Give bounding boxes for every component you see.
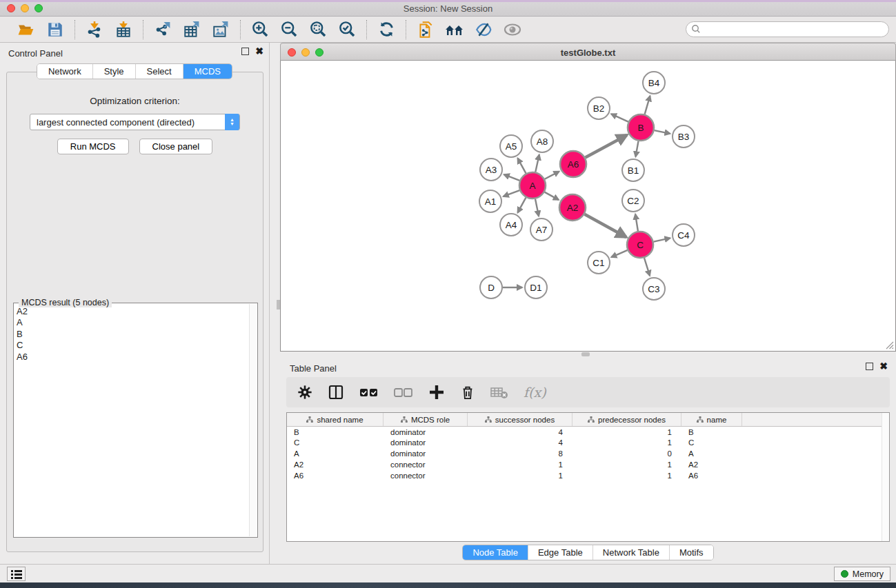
- cell-name[interactable]: B: [681, 427, 742, 438]
- graph-node-A[interactable]: A: [519, 172, 546, 199]
- graph-edge-A-A7[interactable]: [535, 199, 539, 216]
- graph-node-C1[interactable]: C1: [588, 252, 610, 274]
- network-hscroll[interactable]: [280, 352, 896, 358]
- network-hscroll-thumb[interactable]: [581, 352, 590, 356]
- graph-node-A5[interactable]: A5: [500, 135, 522, 157]
- graph-node-B2[interactable]: B2: [588, 97, 610, 119]
- open-file-icon[interactable]: [17, 20, 36, 39]
- graph-edge-A-A2[interactable]: [545, 192, 559, 200]
- graph-node-A2[interactable]: A2: [559, 194, 586, 221]
- graph-node-A8[interactable]: A8: [531, 130, 553, 152]
- cell-shared-name[interactable]: C: [287, 438, 384, 449]
- zoom-fit-icon[interactable]: [308, 20, 328, 39]
- network-canvas[interactable]: B4B2BB3A8A5A6A3B1AC2A1A2A4A7C4CC1DD1C3: [280, 61, 896, 352]
- graph-edge-C-C1[interactable]: [611, 250, 627, 257]
- network-vscroll-thumb[interactable]: [277, 300, 280, 310]
- cell-name[interactable]: A2: [681, 459, 742, 470]
- cell-successor-nodes[interactable]: 1: [468, 459, 573, 470]
- table-scrollbar[interactable]: [882, 413, 889, 541]
- panels-menu-button[interactable]: [7, 567, 26, 581]
- cell-shared-name[interactable]: A6: [287, 470, 384, 481]
- graph-node-C3[interactable]: C3: [643, 278, 665, 300]
- graph-node-C4[interactable]: C4: [673, 224, 695, 246]
- graph-node-B4[interactable]: B4: [643, 72, 665, 94]
- tab-edge-table[interactable]: Edge Table: [528, 545, 593, 560]
- graph-node-C2[interactable]: C2: [622, 190, 644, 212]
- import-table-icon[interactable]: [114, 20, 133, 39]
- cell-successor-nodes[interactable]: 8: [468, 449, 573, 460]
- cell-successor-nodes[interactable]: 4: [468, 438, 573, 449]
- mcds-result-item[interactable]: A6: [17, 352, 249, 363]
- tab-select[interactable]: Select: [136, 64, 183, 79]
- resize-grip-icon[interactable]: [885, 341, 894, 349]
- optimization-criterion-select[interactable]: largest connected component (directed) ▲…: [30, 114, 240, 130]
- tab-network[interactable]: Network: [37, 64, 93, 79]
- column-header-shared-name[interactable]: shared name: [287, 413, 384, 426]
- table-row[interactable]: Cdominator41C: [287, 438, 889, 449]
- graph-edge-A-A3[interactable]: [504, 174, 520, 181]
- zoom-out-icon[interactable]: [279, 20, 299, 39]
- run-mcds-button[interactable]: Run MCDS: [57, 139, 129, 154]
- cell-predecessor-nodes[interactable]: 1: [573, 438, 681, 449]
- mcds-result-item[interactable]: A: [17, 317, 249, 328]
- graph-edge-A-A4[interactable]: [518, 198, 526, 213]
- column-header-MCDS-role[interactable]: MCDS role: [384, 413, 468, 426]
- graph-node-B3[interactable]: B3: [673, 125, 695, 148]
- graph-edge-A-A8[interactable]: [535, 155, 539, 172]
- cell-MCDS-role[interactable]: dominator: [384, 427, 468, 438]
- mcds-result-item[interactable]: B: [17, 329, 249, 340]
- float-panel-icon[interactable]: [241, 48, 249, 55]
- float-table-panel-icon[interactable]: [866, 363, 873, 370]
- cell-successor-nodes[interactable]: 1: [468, 470, 573, 481]
- close-panel-button[interactable]: Close panel: [139, 139, 213, 154]
- cell-MCDS-role[interactable]: connector: [384, 459, 468, 470]
- result-scrollbar[interactable]: [249, 304, 257, 536]
- add-column-icon[interactable]: [428, 384, 445, 401]
- column-header-predecessor-nodes[interactable]: predecessor nodes: [573, 413, 681, 426]
- import-network-icon[interactable]: [85, 20, 104, 39]
- search-input[interactable]: [686, 21, 889, 37]
- graph-edge-B-B3[interactable]: [655, 130, 670, 134]
- zoom-in-icon[interactable]: [250, 20, 270, 39]
- tab-node-table[interactable]: Node Table: [463, 545, 528, 560]
- close-panel-icon[interactable]: ✖: [255, 48, 263, 55]
- tab-mcds[interactable]: MCDS: [183, 64, 232, 79]
- graph-node-A4[interactable]: A4: [500, 214, 522, 236]
- cell-predecessor-nodes[interactable]: 1: [573, 427, 681, 438]
- cell-predecessor-nodes[interactable]: 1: [573, 470, 681, 481]
- mcds-result-item[interactable]: A2: [17, 306, 249, 317]
- graph-edge-C-C2[interactable]: [635, 214, 638, 231]
- graph-node-A1[interactable]: A1: [479, 190, 501, 212]
- tab-style[interactable]: Style: [93, 64, 136, 79]
- table-row[interactable]: A2connector11A2: [287, 459, 889, 470]
- delete-table-icon[interactable]: [490, 385, 508, 399]
- cell-MCDS-role[interactable]: connector: [384, 470, 468, 481]
- export-image-icon[interactable]: [211, 20, 230, 39]
- cell-predecessor-nodes[interactable]: 1: [573, 459, 681, 470]
- export-network-icon[interactable]: [153, 20, 172, 39]
- close-table-panel-icon[interactable]: ✖: [879, 363, 888, 370]
- show-hide-icon[interactable]: [503, 20, 522, 39]
- graph-edge-B-B1[interactable]: [635, 141, 638, 157]
- cell-predecessor-nodes[interactable]: 0: [573, 449, 681, 460]
- cell-MCDS-role[interactable]: dominator: [384, 438, 468, 449]
- cell-shared-name[interactable]: A2: [287, 459, 384, 470]
- graph-edge-A2-C[interactable]: [585, 214, 626, 237]
- cell-name[interactable]: A6: [681, 470, 742, 481]
- graph-edge-C-C4[interactable]: [654, 238, 670, 241]
- gear-icon[interactable]: [297, 385, 312, 400]
- export-table-icon[interactable]: [182, 20, 201, 39]
- graph-edge-A-A1[interactable]: [504, 190, 520, 196]
- table-row[interactable]: Adominator80A: [287, 449, 889, 460]
- tab-network-table[interactable]: Network Table: [593, 545, 670, 560]
- graph-node-B[interactable]: B: [628, 114, 654, 141]
- graph-node-C[interactable]: C: [627, 232, 653, 258]
- graph-edge-A6-B[interactable]: [586, 135, 627, 158]
- cell-successor-nodes[interactable]: 4: [468, 427, 573, 438]
- home-layout-icon[interactable]: [445, 20, 464, 39]
- network-graph[interactable]: B4B2BB3A8A5A6A3B1AC2A1A2A4A7C4CC1DD1C3: [281, 61, 895, 350]
- graph-node-D[interactable]: D: [480, 276, 502, 298]
- graph-node-B1[interactable]: B1: [622, 159, 644, 181]
- deselect-all-icon[interactable]: [394, 385, 413, 399]
- mcds-result-item[interactable]: C: [17, 340, 249, 351]
